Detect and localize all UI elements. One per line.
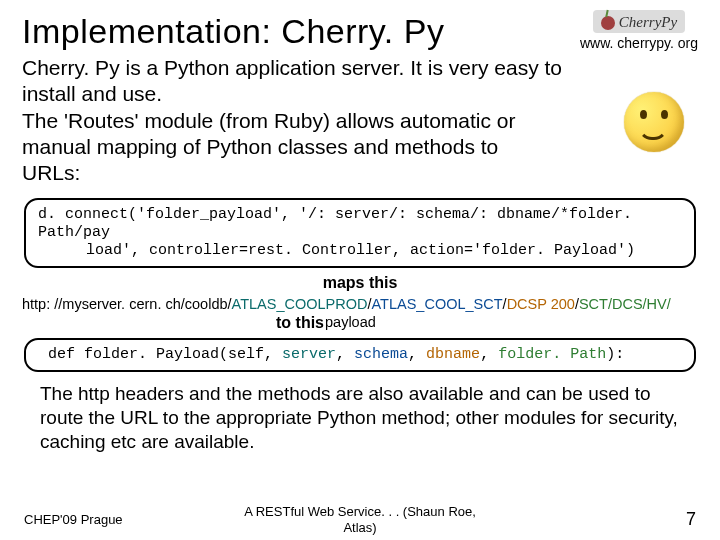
slide-footer: CHEP'09 Prague A RESTful Web Service. . … xyxy=(0,509,720,530)
smiley-icon xyxy=(624,92,686,154)
url-schema: ATLAS_COOL_SCT xyxy=(372,296,503,312)
to-this-label: to this xyxy=(276,314,324,332)
code-signature-box: def folder. Payload(self, server, schema… xyxy=(24,338,696,372)
footer-page-number: 7 xyxy=(686,509,696,530)
url-payload-fragment: payload xyxy=(325,314,376,330)
cherrypy-logo-text: CherryPy xyxy=(619,14,677,31)
intro-line-2: The 'Routes' module (from Ruby) allows a… xyxy=(22,109,516,185)
to-this-row: to this payload xyxy=(22,314,698,334)
maps-this-label: maps this xyxy=(22,274,698,292)
intro-paragraph: Cherry. Py is a Python application serve… xyxy=(22,55,562,186)
sig-arg-schema: schema xyxy=(354,346,408,363)
sig-tail: ): xyxy=(606,346,624,363)
sig-arg-folderpath: folder. Path xyxy=(498,346,606,363)
intro-line-1: Cherry. Py is a Python application serve… xyxy=(22,56,562,105)
url-server: ATLAS_COOLPROD xyxy=(232,296,368,312)
sig-def: def folder. Payload(self, xyxy=(48,346,282,363)
url-folderpath: SCT/DCS/HV/ xyxy=(579,296,671,312)
closing-paragraph: The http headers and the methods are als… xyxy=(40,382,690,453)
cherry-icon xyxy=(601,16,615,30)
example-url: http: //myserver. cern. ch/cooldb/ATLAS_… xyxy=(22,296,698,312)
sig-arg-dbname: dbname xyxy=(426,346,480,363)
footer-center: A RESTful Web Service. . . (Shaun Roe, A… xyxy=(244,504,476,535)
cherrypy-url: www. cherrypy. org xyxy=(580,35,698,51)
sig-arg-server: server xyxy=(282,346,336,363)
slide: Implementation: Cherry. Py CherryPy www.… xyxy=(0,0,720,540)
cherrypy-logo-badge: CherryPy xyxy=(593,10,685,33)
code-connect-box: d. connect('folder_payload', '/: server/… xyxy=(24,198,696,268)
code-connect-line-2: load', controller=rest. Controller, acti… xyxy=(38,242,682,260)
cherrypy-logo-block: CherryPy www. cherrypy. org xyxy=(580,10,698,51)
code-connect-line-1: d. connect('folder_payload', '/: server/… xyxy=(38,206,632,241)
url-prefix: http: //myserver. cern. ch/cooldb/ xyxy=(22,296,232,312)
footer-left: CHEP'09 Prague xyxy=(24,512,123,527)
url-dbname: DCSP 200 xyxy=(507,296,575,312)
